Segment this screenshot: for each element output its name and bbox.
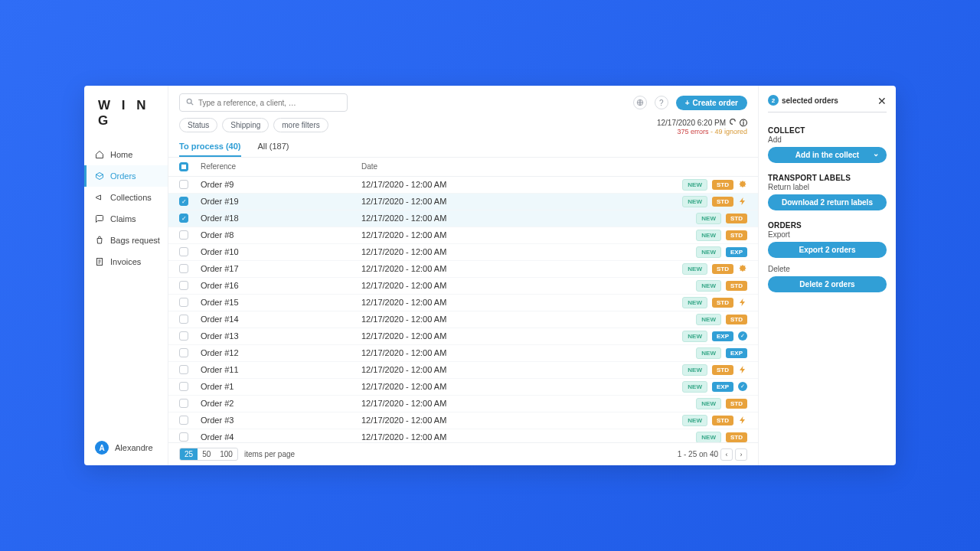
row-checkbox[interactable] (179, 331, 188, 341)
close-icon[interactable]: ✕ (877, 95, 887, 107)
status-badge: NEW (682, 415, 707, 426)
row-checkbox[interactable] (179, 348, 188, 357)
table-header: Reference Date (168, 158, 758, 177)
row-checkbox[interactable] (179, 416, 188, 425)
cell-reference: Order #10 (201, 247, 361, 256)
cell-reference: Order #4 (201, 432, 361, 442)
table-row[interactable]: Order #212/17/2020 - 12:00 AMNEWSTD (168, 396, 758, 412)
user-badge[interactable]: A Alexandre (84, 441, 168, 465)
sidebar-item-collections[interactable]: Collections (84, 187, 168, 208)
sidebar-item-invoices[interactable]: Invoices (84, 251, 168, 272)
ignored-count[interactable]: - 49 ignored (708, 128, 747, 135)
row-checkbox[interactable] (179, 214, 188, 223)
ship-badge: STD (712, 197, 733, 207)
status-badge: NEW (682, 331, 707, 342)
table-row[interactable]: Order #412/17/2020 - 12:00 AMNEWSTD (168, 429, 758, 442)
cell-reference: Order #3 (201, 416, 361, 425)
cell-reference: Order #2 (201, 399, 361, 408)
cell-reference: Order #19 (201, 197, 361, 206)
help-icon[interactable]: ? (655, 96, 668, 109)
refresh-icon[interactable] (729, 118, 737, 128)
table-row[interactable]: Order #1012/17/2020 - 12:00 AMNEWEXP (168, 244, 758, 261)
table-row[interactable]: Order #1812/17/2020 - 12:00 AMNEWSTD (168, 210, 758, 227)
create-order-label: Create order (693, 99, 738, 107)
per-page-25[interactable]: 25 (180, 448, 198, 460)
col-reference[interactable]: Reference (201, 162, 361, 171)
delete-orders-button[interactable]: Delete 2 orders (768, 276, 887, 292)
table-row[interactable]: Order #1712/17/2020 - 12:00 AMNEWSTD (168, 261, 758, 278)
search-field[interactable] (179, 93, 348, 112)
megaphone-icon (95, 193, 104, 202)
orders-icon (95, 171, 104, 181)
table-row[interactable]: Order #1212/17/2020 - 12:00 AMNEWEXP (168, 345, 758, 362)
collect-title: COLLECT (768, 126, 887, 135)
next-page-button[interactable]: › (735, 448, 747, 461)
info-icon[interactable]: ⓘ (740, 118, 747, 128)
row-checkbox[interactable] (179, 315, 188, 324)
cell-date: 12/17/2020 - 12:00 AM (361, 331, 640, 341)
row-checkbox[interactable] (179, 197, 188, 206)
filter-more-filters[interactable]: more filters (273, 118, 328, 132)
cell-reference: Order #8 (201, 230, 361, 240)
filter-shipping[interactable]: Shipping (222, 118, 269, 132)
prev-page-button[interactable]: ‹ (720, 448, 733, 461)
cell-reference: Order #17 (201, 264, 361, 273)
cell-date: 12/17/2020 - 12:00 AM (361, 281, 640, 290)
row-checkbox[interactable] (179, 399, 188, 408)
create-order-button[interactable]: + Create order (676, 96, 747, 110)
cell-date: 12/17/2020 - 12:00 AM (361, 298, 640, 307)
select-all-checkbox[interactable] (179, 162, 188, 171)
avatar: A (95, 441, 109, 455)
verified-icon (738, 180, 747, 189)
tab-all[interactable]: All (187) (258, 142, 289, 157)
status-badge: NEW (696, 246, 721, 258)
filter-status[interactable]: Status (179, 118, 217, 132)
row-checkbox[interactable] (179, 365, 188, 374)
sidebar-item-home[interactable]: Home (84, 144, 168, 165)
table-row[interactable]: Order #812/17/2020 - 12:00 AMNEWSTD (168, 227, 758, 244)
export-orders-button[interactable]: Export 2 orders (768, 242, 887, 258)
sidebar: W I N G HomeOrdersCollectionsClaimsBags … (84, 86, 168, 465)
table-row[interactable]: Order #1312/17/2020 - 12:00 AMNEWEXP (168, 328, 758, 345)
per-page-100[interactable]: 100 (215, 448, 237, 460)
table-row[interactable]: Order #1412/17/2020 - 12:00 AMNEWSTD (168, 311, 758, 328)
table-row[interactable]: Order #1912/17/2020 - 12:00 AMNEWSTD (168, 194, 758, 210)
download-labels-button[interactable]: Download 2 return labels (768, 194, 887, 210)
tab-to[interactable]: To process (40) (179, 142, 241, 157)
table-row[interactable]: Order #912/17/2020 - 12:00 AMNEWSTD (168, 177, 758, 194)
row-checkbox[interactable] (179, 230, 188, 240)
status-badge: NEW (696, 314, 721, 325)
verified-icon (738, 264, 747, 273)
cell-date: 12/17/2020 - 12:00 AM (361, 432, 640, 442)
ship-badge: STD (726, 281, 747, 291)
row-checkbox[interactable] (179, 432, 188, 442)
row-checkbox[interactable] (179, 264, 188, 273)
sidebar-item-bags-request[interactable]: Bags request (84, 230, 168, 251)
row-checkbox[interactable] (179, 382, 188, 391)
errors-count[interactable]: 375 errors (677, 128, 708, 135)
search-input[interactable] (198, 99, 341, 107)
table-row[interactable]: Order #112/17/2020 - 12:00 AMNEWEXP (168, 379, 758, 396)
sidebar-item-orders[interactable]: Orders (84, 165, 168, 187)
plus-icon: + (685, 99, 690, 107)
row-checkbox[interactable] (179, 281, 188, 290)
sidebar-item-claims[interactable]: Claims (84, 208, 168, 230)
per-page-group: 2550100 (179, 448, 238, 461)
row-checkbox[interactable] (179, 247, 188, 256)
home-icon (95, 150, 104, 159)
col-date[interactable]: Date (361, 162, 640, 171)
per-page-50[interactable]: 50 (198, 448, 215, 460)
table-row[interactable]: Order #1512/17/2020 - 12:00 AMNEWSTD (168, 295, 758, 311)
cell-reference: Order #9 (201, 180, 361, 189)
row-checkbox[interactable] (179, 180, 188, 189)
table-row[interactable]: Order #1612/17/2020 - 12:00 AMNEWSTD (168, 278, 758, 295)
filter-bar: StatusShippingmore filters 12/17/2020 6:… (168, 112, 758, 137)
globe-icon[interactable] (633, 96, 647, 109)
table-row[interactable]: Order #312/17/2020 - 12:00 AMNEWSTD (168, 412, 758, 429)
selection-count: 2 (768, 95, 779, 106)
table-row[interactable]: Order #1112/17/2020 - 12:00 AMNEWSTD (168, 362, 758, 379)
brand-logo: W I N G (84, 86, 168, 139)
add-in-collect-button[interactable]: Add in the collect (768, 147, 887, 163)
nav-label: Home (110, 150, 132, 159)
row-checkbox[interactable] (179, 298, 188, 307)
